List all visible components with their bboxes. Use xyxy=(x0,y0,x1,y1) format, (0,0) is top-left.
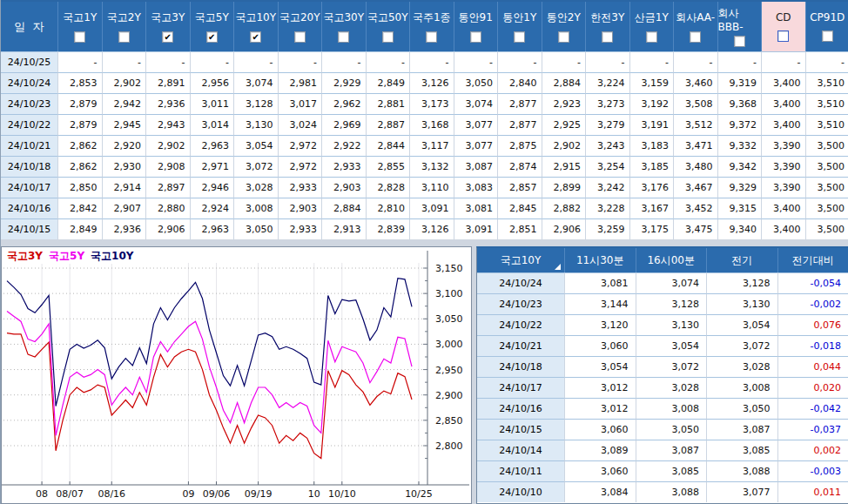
yield-cell: 3,475 xyxy=(673,218,717,239)
yield-cell: 3,175 xyxy=(629,218,674,239)
yield-cell: 3,243 xyxy=(585,135,629,156)
intraday-column-header[interactable]: 11시30분 xyxy=(564,248,636,272)
y-axis-label: 3,150 xyxy=(435,263,463,274)
column-checkbox-회사AA-[interactable] xyxy=(690,31,701,43)
intraday-1130-cell: 3,144 xyxy=(564,293,636,314)
column-checkbox-국고1Y[interactable] xyxy=(74,31,85,43)
yield-cell: 2,862 xyxy=(57,135,102,156)
yield-cell: 2,849 xyxy=(366,72,410,93)
intraday-1600-cell: 3,054 xyxy=(636,335,707,356)
column-checkbox-checked-icon[interactable]: ✔ xyxy=(162,31,173,43)
yield-cell: - xyxy=(629,51,674,72)
intraday-1130-cell: 3,089 xyxy=(564,440,636,460)
x-axis-label: 10/25 xyxy=(405,488,433,500)
yield-cell: 3,228 xyxy=(585,198,629,218)
yield-cell: 9,319 xyxy=(717,72,762,93)
yield-cell: 3,259 xyxy=(585,218,629,239)
yield-cell: 2,839 xyxy=(366,218,410,239)
yield-cell: 2,929 xyxy=(321,72,366,93)
column-header-label: 산금1Y xyxy=(635,10,669,25)
column-checkbox-국고30Y[interactable] xyxy=(338,31,349,43)
intraday-1130-cell: 3,081 xyxy=(564,272,636,293)
intraday-column-header[interactable]: 16시00분 xyxy=(636,248,707,272)
column-checkbox-국주1종[interactable] xyxy=(426,31,437,43)
intraday-column-header[interactable]: 전기대비 xyxy=(777,248,848,272)
yield-cell: 3,400 xyxy=(761,93,805,114)
yield-cell: 2,963 xyxy=(190,218,234,239)
yield-cell: - xyxy=(454,51,498,72)
yield-cell: 3,452 xyxy=(673,198,717,218)
intraday-prev-cell: 3,085 xyxy=(706,440,777,460)
row-date-cell: 24/10/15 xyxy=(1,218,57,239)
intraday-date-cell: 24/10/16 xyxy=(477,398,564,419)
column-header-label: 국고3Y xyxy=(151,10,185,25)
yield-cell: 3,273 xyxy=(585,93,629,114)
yield-cell: 3,224 xyxy=(585,72,629,93)
yield-cell: 3,500 xyxy=(805,156,848,177)
intraday-column-header[interactable]: 전기 xyxy=(706,248,777,272)
intraday-prev-cell: 3,072 xyxy=(706,335,777,356)
y-axis-label: 3,000 xyxy=(435,339,463,350)
x-axis-label: 09/19 xyxy=(245,488,273,500)
row-date-cell: 24/10/18 xyxy=(1,156,57,177)
column-checkbox-국고2Y[interactable] xyxy=(118,31,130,43)
column-checkbox-통안1Y[interactable] xyxy=(514,31,525,43)
yield-cell: 3,117 xyxy=(409,135,454,156)
yield-cell: 3,467 xyxy=(673,177,717,198)
intraday-1130-cell: 3,120 xyxy=(564,314,636,335)
intraday-1600-cell: 3,088 xyxy=(636,481,707,502)
yield-cell: 3,400 xyxy=(761,198,805,218)
intraday-1130-cell: 3,060 xyxy=(564,335,636,356)
intraday-1600-cell: 3,008 xyxy=(636,398,707,419)
yield-cell: 2,972 xyxy=(278,156,322,177)
column-checkbox-checked-icon[interactable]: ✔ xyxy=(206,31,218,43)
intraday-1600-cell: 3,050 xyxy=(636,419,707,440)
yield-cell: 2,882 xyxy=(542,198,586,218)
column-checkbox-CD[interactable] xyxy=(777,30,789,42)
yield-cell: 3,510 xyxy=(805,72,848,93)
intraday-1130-cell: 3,060 xyxy=(564,419,636,440)
column-checkbox-산금1Y[interactable] xyxy=(646,31,657,43)
yield-cell: 2,850 xyxy=(57,177,102,198)
intraday-date-cell: 24/10/17 xyxy=(477,377,564,398)
column-checkbox-국고50Y[interactable] xyxy=(382,31,394,43)
intraday-1130-cell: 3,084 xyxy=(564,481,636,502)
intraday-1130-cell: 3,060 xyxy=(564,460,636,481)
yield-cell: 2,907 xyxy=(102,198,146,218)
yield-cell: 3,054 xyxy=(233,135,278,156)
column-checkbox-checked-icon[interactable]: ✔ xyxy=(250,31,261,43)
column-checkbox-통안2Y[interactable] xyxy=(558,31,569,43)
yield-cell: 2,933 xyxy=(278,177,322,198)
column-header-회사AA-: 회사AA- xyxy=(673,2,717,51)
intraday-change-cell: 0,011 xyxy=(777,481,848,502)
column-checkbox-한전3Y[interactable] xyxy=(602,31,613,43)
yield-cell: 3,390 xyxy=(761,177,805,198)
yield-cell: 2,942 xyxy=(102,93,146,114)
y-axis-label: 2,850 xyxy=(435,415,463,427)
row-date-cell: 24/10/25 xyxy=(1,51,57,72)
column-checkbox-국고20Y[interactable] xyxy=(294,31,306,43)
intraday-date-cell: 24/10/21 xyxy=(477,335,564,356)
yield-cell: 3,471 xyxy=(673,135,717,156)
yield-cell: - xyxy=(278,51,322,72)
intraday-date-cell: 24/10/24 xyxy=(477,272,564,293)
yield-cell: 3,176 xyxy=(629,177,674,198)
intraday-column-header[interactable]: 국고10Y xyxy=(477,248,564,272)
yield-cell: 2,963 xyxy=(190,135,234,156)
column-header-산금1Y: 산금1Y xyxy=(629,2,674,51)
column-checkbox-회사BBB-[interactable] xyxy=(734,36,745,47)
yield-cell: 3,087 xyxy=(454,156,498,177)
column-checkbox-통안91[interactable] xyxy=(470,31,481,43)
yield-cell: 3,074 xyxy=(233,72,278,93)
intraday-date-cell: 24/10/18 xyxy=(477,356,564,377)
yield-cell: 3,083 xyxy=(454,177,498,198)
yield-cell: 2,925 xyxy=(542,114,586,135)
column-checkbox-CP91D[interactable] xyxy=(822,30,833,42)
yield-cell: 2,903 xyxy=(278,198,322,218)
yield-cell: 2,877 xyxy=(497,93,542,114)
yield-cell: 2,887 xyxy=(366,114,410,135)
yield-cell: 3,510 xyxy=(805,114,848,135)
y-axis-label: 2,800 xyxy=(435,440,463,452)
yield-cell: 2,902 xyxy=(542,135,586,156)
intraday-1600-cell: 3,074 xyxy=(636,272,707,293)
